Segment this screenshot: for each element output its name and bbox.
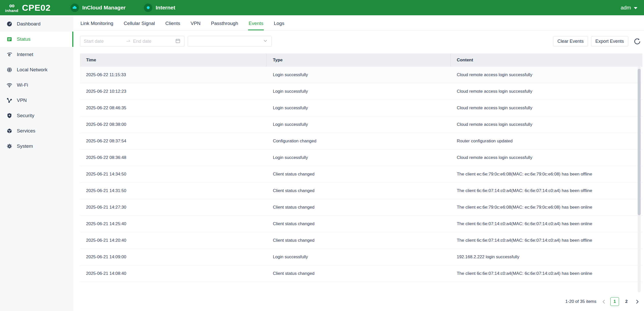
- cell-time: 2025-06-22 08:46:35: [80, 105, 267, 111]
- sidebar-item-wi-fi[interactable]: Wi-Fi: [0, 77, 73, 93]
- start-date-input[interactable]: Start date: [84, 39, 126, 44]
- swap-right-icon: [126, 38, 131, 44]
- cell-time: 2025-06-21 14:27:30: [80, 205, 267, 210]
- refresh-icon[interactable]: [634, 38, 641, 45]
- table-row: 2025-06-22 08:46:35Login successfullyClo…: [80, 100, 642, 116]
- sidebar-item-services[interactable]: Services: [0, 123, 73, 139]
- page-button-2[interactable]: 2: [622, 297, 631, 306]
- main-content: Link Monitoring Cellular Signal Clients …: [73, 15, 644, 311]
- chevron-down-icon: [634, 7, 637, 9]
- dashboard-icon: [7, 21, 12, 27]
- top-header: ∞ inhand CPE02 InCloud Manager Internet …: [0, 0, 644, 15]
- device-name: CPE02: [22, 3, 51, 13]
- tab-cellular-signal[interactable]: Cellular Signal: [123, 19, 156, 30]
- sidebar-item-dashboard[interactable]: Dashboard: [0, 16, 73, 32]
- table-row: 2025-06-21 14:09:00Login successfully192…: [80, 249, 642, 265]
- sidebar-item-status[interactable]: Status: [0, 32, 73, 47]
- cell-time: 2025-06-21 14:20:40: [80, 238, 267, 243]
- table-row: 2025-06-22 10:12:23Login successfullyClo…: [80, 83, 642, 100]
- cell-type: Login successfully: [267, 89, 450, 94]
- sidebar-item-label: Local Network: [17, 67, 47, 73]
- table-row: 2025-06-21 14:34:50Client status changed…: [80, 166, 642, 183]
- user-menu[interactable]: adm: [621, 5, 637, 11]
- table-row: 2025-06-21 14:08:40Client status changed…: [80, 265, 642, 282]
- cell-type: Client status changed: [267, 172, 450, 177]
- table-row: 2025-06-21 14:31:50Client status changed…: [80, 183, 642, 199]
- scrollbar-thumb[interactable]: [638, 69, 641, 215]
- sidebar-item-local-network[interactable]: Local Network: [0, 62, 73, 77]
- column-header-content: Content: [451, 53, 642, 67]
- cell-time: 2025-06-22 10:12:23: [80, 89, 267, 94]
- table-row: 2025-06-22 08:36:48Login successfullyClo…: [80, 150, 642, 166]
- cell-time: 2025-06-22 08:38:00: [80, 122, 267, 127]
- cell-content: The client 6c:6e:07:14:c0:a4(MAC: 6c:6e:…: [451, 188, 642, 193]
- tab-passthrough[interactable]: Passthrough: [211, 19, 239, 30]
- export-events-button[interactable]: Export Events: [591, 36, 628, 46]
- globe-status-icon: [144, 4, 152, 12]
- page-buttons: 12: [610, 297, 631, 306]
- cell-time: 2025-06-21 14:08:40: [80, 271, 267, 276]
- cell-time: 2025-06-21 14:25:40: [80, 221, 267, 226]
- cell-time: 2025-06-22 11:15:33: [80, 72, 267, 77]
- table-row: 2025-06-21 14:20:40Client status changed…: [80, 232, 642, 249]
- sidebar-item-security[interactable]: Security: [0, 108, 73, 123]
- cell-content: 192.168.2.222 login successfully: [451, 254, 642, 260]
- cell-type: Configuration changed: [267, 139, 450, 144]
- tab-logs[interactable]: Logs: [273, 19, 285, 30]
- sidebar-item-label: Dashboard: [17, 21, 40, 27]
- cell-type: Login successfully: [267, 105, 450, 111]
- sidebar-item-label: Services: [17, 128, 35, 134]
- cell-content: Router configuration updated: [451, 139, 642, 144]
- cell-type: Login successfully: [267, 122, 450, 127]
- tab-events[interactable]: Events: [248, 19, 264, 30]
- page-button-1[interactable]: 1: [610, 297, 619, 306]
- sidebar-item-system[interactable]: System: [0, 139, 73, 154]
- table-row: 2025-06-22 08:38:00Login successfullyClo…: [80, 116, 642, 133]
- services-icon: [7, 128, 12, 134]
- event-type-select[interactable]: [188, 36, 272, 47]
- cell-type: Client status changed: [267, 188, 450, 193]
- cell-content: Cloud remote access login successfully: [451, 122, 642, 127]
- cell-type: Client status changed: [267, 238, 450, 243]
- local-network-icon: [7, 67, 12, 73]
- tab-vpn[interactable]: VPN: [190, 19, 201, 30]
- cell-content: Cloud remote access login successfully: [451, 89, 642, 94]
- table-header-row: Time Type Content: [80, 53, 642, 67]
- column-header-type: Type: [267, 53, 450, 67]
- tab-clients[interactable]: Clients: [165, 19, 181, 30]
- tab-link-monitoring[interactable]: Link Monitoring: [80, 19, 114, 30]
- status-list-icon: [7, 36, 12, 42]
- cell-type: Client status changed: [267, 221, 450, 226]
- date-range-picker[interactable]: Start date End date: [80, 36, 184, 47]
- cell-time: 2025-06-21 14:09:00: [80, 254, 267, 260]
- cell-time: 2025-06-21 14:31:50: [80, 188, 267, 193]
- cell-content: Cloud remote access login successfully: [451, 155, 642, 160]
- table-row: 2025-06-21 14:27:30Client status changed…: [80, 199, 642, 216]
- table-body: 2025-06-22 11:15:33Login successfullyClo…: [80, 67, 642, 292]
- cell-type: Login successfully: [267, 254, 450, 260]
- svg-text:e: e: [8, 52, 10, 57]
- vertical-scrollbar[interactable]: [638, 67, 641, 292]
- cell-type: Login successfully: [267, 72, 450, 77]
- sidebar-nav: Dashboard Status e Internet Local Networ…: [0, 15, 73, 154]
- sidebar-item-label: Internet: [17, 52, 33, 57]
- sidebar-item-label: Wi-Fi: [17, 82, 28, 88]
- clear-events-button[interactable]: Clear Events: [553, 36, 588, 46]
- sidebar-item-vpn[interactable]: VPN: [0, 93, 73, 108]
- previous-page-icon[interactable]: [601, 299, 607, 304]
- brand-logo: ∞ inhand CPE02: [5, 3, 51, 13]
- table-row: 2025-06-22 11:15:33Login successfullyClo…: [80, 67, 642, 83]
- filter-bar: Start date End date Clear Events Export …: [80, 36, 641, 47]
- table-row: 2025-06-22 08:37:54Configuration changed…: [80, 133, 642, 150]
- cell-content: Cloud remote access login successfully: [451, 72, 642, 77]
- sidebar-item-label: Status: [17, 36, 31, 42]
- next-page-icon[interactable]: [635, 299, 640, 304]
- security-icon: [7, 113, 12, 118]
- end-date-input[interactable]: End date: [133, 39, 175, 44]
- cell-content: The client 6c:6e:07:14:c0:a4(MAC: 6c:6e:…: [451, 271, 642, 276]
- internet-icon: e: [7, 52, 12, 57]
- sidebar-item-internet[interactable]: e Internet: [0, 47, 73, 62]
- sidebar-item-label: Security: [17, 113, 34, 118]
- pagination: 1-20 of 35 items 12: [565, 297, 640, 306]
- sidebar: Dashboard Status e Internet Local Networ…: [0, 15, 73, 311]
